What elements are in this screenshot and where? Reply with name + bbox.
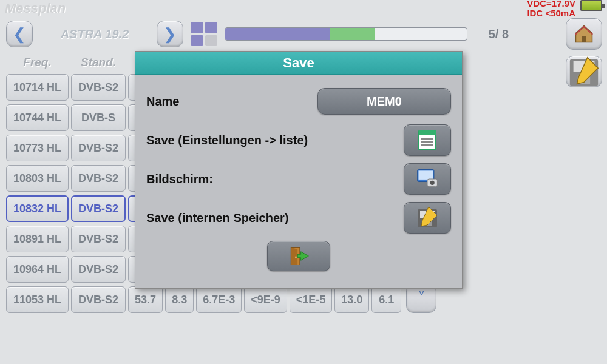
table-row[interactable]: 11053 HLDVB-S253.78.36.7E-3<9E-9<1E-513.… [6, 286, 401, 313]
svg-point-12 [430, 181, 435, 185]
page-title: Messplan [5, 1, 66, 16]
svg-point-17 [295, 256, 297, 258]
save-memory-label: Save (internen Speicher) [146, 211, 289, 225]
svg-rect-10 [418, 170, 433, 180]
cell-c6: <9E-9 [244, 286, 287, 313]
cell-std: DVB-S [71, 104, 126, 131]
save-list-button[interactable] [404, 124, 451, 156]
exit-button[interactable] [267, 241, 330, 271]
cell-freq: 10773 HL [6, 135, 69, 161]
cell-freq: 11053 HL [6, 286, 69, 313]
cell-c8: 13.0 [334, 286, 369, 313]
svg-rect-0 [582, 36, 586, 42]
cell-freq: 10714 HL [6, 74, 69, 101]
cell-c5: 6.7E-3 [196, 286, 242, 313]
cell-std: DVB-S2 [71, 135, 126, 161]
save-memory-button[interactable] [404, 202, 451, 234]
cell-freq: 10744 HL [6, 104, 69, 131]
scan-progress [225, 27, 467, 41]
col-freq: Freq. [6, 55, 69, 70]
battery-icon [580, 0, 602, 11]
cell-std: DVB-S2 [71, 226, 126, 252]
satellite-label: ASTRA 19.2 [40, 27, 149, 41]
name-field[interactable]: MEM0 [317, 88, 451, 115]
home-button[interactable] [566, 18, 602, 50]
name-label: Name [146, 95, 179, 109]
cell-std: DVB-S2 [71, 195, 126, 222]
idc-value: IDC <50mA [527, 8, 575, 18]
save-dialog: Save Name MEM0 Save (Einstellungen -> li… [135, 51, 463, 289]
power-status: VDC=17.9V IDC <50mA [527, 0, 575, 18]
vdc-value: VDC=17.9V [527, 0, 575, 8]
grid-view-icon[interactable] [191, 22, 217, 46]
cell-c4: 8.3 [165, 286, 194, 313]
cell-freq: 10891 HL [6, 226, 69, 252]
next-satellite-button[interactable]: ❯ [157, 21, 183, 47]
cell-std: DVB-S2 [71, 256, 126, 283]
screenshot-label: Bildschirm: [146, 172, 213, 186]
save-dialog-title: Save [135, 52, 462, 75]
cell-c9: 6.1 [371, 286, 401, 313]
cell-c7: <1E-5 [290, 286, 333, 313]
cell-freq: 10832 HL [6, 195, 69, 222]
edit-save-button[interactable] [566, 56, 602, 87]
cell-c3: 53.7 [128, 286, 163, 313]
cell-std: DVB-S2 [71, 165, 126, 192]
cell-std: DVB-S2 [71, 74, 126, 101]
cell-std: DVB-S2 [71, 286, 126, 313]
scan-progress-label: 5/ 8 [472, 27, 509, 41]
prev-satellite-button[interactable]: ❮ [6, 21, 33, 47]
save-list-label: Save (Einstellungen -> liste) [146, 133, 308, 147]
col-stand: Stand. [71, 55, 126, 70]
screenshot-button[interactable] [404, 163, 451, 195]
cell-freq: 10803 HL [6, 165, 69, 192]
cell-freq: 10964 HL [6, 256, 69, 283]
svg-rect-5 [419, 130, 436, 135]
